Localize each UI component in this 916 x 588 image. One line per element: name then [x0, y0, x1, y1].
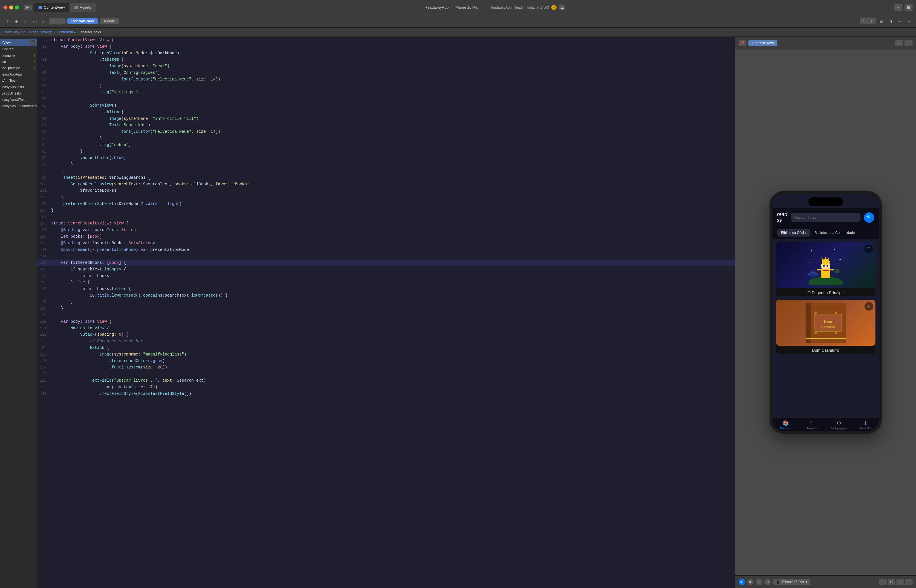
close-button[interactable]	[3, 5, 8, 10]
hide-navigator-button[interactable]: ◫	[3, 18, 11, 25]
tab-biblioteca-comunidade[interactable]: Biblioteca da Comunidade	[811, 229, 859, 236]
code-line-130: 130 .font(.system(size: 17))	[37, 384, 735, 391]
triangle-icon-btn[interactable]: △	[22, 18, 29, 25]
code-line-123: 123 // Enhanced search bar	[37, 338, 735, 344]
run-button[interactable]: ▶	[24, 5, 32, 10]
record-button[interactable]: ⏺	[747, 579, 754, 585]
sidebar-item-co[interactable]: co !	[0, 59, 37, 65]
sidebar-item-content[interactable]: Content	[0, 46, 37, 52]
pin-button[interactable]: 📌	[738, 40, 746, 46]
layout-icon-btn[interactable]: ⊟	[877, 18, 885, 25]
code-line-90: 90 Image(systemName: "info.circle.fill")	[37, 116, 735, 122]
svg-rect-15	[823, 270, 829, 271]
diamond-icon-btn[interactable]: ◆	[13, 18, 20, 25]
content-view-tab[interactable]: ContentView	[67, 18, 98, 24]
editor-area: 4 struct ContentView: View { 18 var body…	[37, 37, 735, 588]
code-line-117: 117 }	[37, 299, 735, 305]
arrow-right-icon[interactable]: →	[905, 18, 913, 25]
sidebar-item-easyappuitests[interactable]: easyAppUITests	[0, 97, 37, 103]
nav-sobre[interactable]: ℹ Sobre Nós	[852, 420, 879, 430]
layout-button[interactable]: ⊞	[905, 4, 913, 11]
code-line-104: 104 }	[37, 207, 735, 214]
nav-forward-button[interactable]: ›	[58, 18, 66, 24]
square-icon-btn[interactable]: ▭	[31, 18, 39, 25]
code-line-118: 118 }	[37, 305, 735, 312]
add-button[interactable]: +	[894, 4, 902, 11]
code-editor[interactable]: 4 struct ContentView: View { 18 var body…	[37, 37, 735, 588]
favorite-pp-button[interactable]: ♡	[864, 245, 873, 253]
nav-favoritos[interactable]: ♡ Favoritos	[799, 420, 826, 430]
preview-back-button[interactable]: ←	[895, 40, 903, 46]
right-back-button[interactable]: ‹	[859, 18, 868, 24]
sidebar-item-no-principe[interactable]: no_principe !	[0, 65, 37, 71]
book-cover-dc: Dom Casmurro	[776, 300, 876, 346]
sidebar-item-easyapptests[interactable]: easyAppTests	[0, 84, 37, 90]
sidebar-item-appuitests[interactable]: /AppUITests	[0, 90, 37, 97]
code-line-81: 81 .tabItem {	[37, 57, 735, 63]
nav-configuracoes[interactable]: ⚙ Configurações	[826, 420, 853, 430]
hide-right-button[interactable]: ◨	[887, 18, 894, 25]
stop-button[interactable]: ⊞	[756, 579, 762, 585]
breadcrumb-bar: ReadEasyApp › ReadEasyApp › ContentView …	[0, 27, 916, 37]
svg-point-18	[809, 270, 816, 277]
svg-point-14	[827, 265, 828, 267]
zoom-in-button[interactable]: +	[897, 579, 904, 585]
app-search-bar[interactable]: Buscar livros...	[791, 213, 861, 222]
book-card-dc[interactable]: Dom Casmurro ♡	[776, 300, 876, 354]
sidebar-item-launchtests[interactable]: easyApp...sLaunchTests	[0, 103, 37, 109]
breadcrumb-readEasyApp[interactable]: ReadEasyApp	[3, 30, 26, 34]
code-line-116a: 116 return books.filter {	[37, 286, 735, 292]
zoom-reset-button[interactable]: ⊞	[905, 579, 913, 585]
assets-icon	[74, 6, 78, 9]
tab-biblioteca-oficial[interactable]: Biblioteca Oficial	[777, 229, 811, 236]
maximize-button[interactable]	[15, 5, 19, 10]
favoritos-icon: ♡	[810, 420, 814, 426]
zoom-out-button[interactable]: −	[879, 579, 887, 585]
minimize-button[interactable]	[9, 5, 13, 10]
preview-forward-button[interactable]: →	[905, 40, 913, 46]
code-line-113: 113 if searchText.isEmpty {	[37, 266, 735, 273]
sidebar-item-tview[interactable]: tView M	[0, 39, 37, 46]
search-button[interactable]: 🔍	[864, 212, 874, 223]
sidebar-item-apptests[interactable]: /AppTests	[0, 78, 37, 84]
code-line-105: 105	[37, 214, 735, 220]
code-line-93: 93 }	[37, 135, 735, 142]
breadcrumb-readEasyApp2[interactable]: ReadEasyApp	[30, 30, 52, 34]
book-cover-pp	[776, 242, 876, 288]
book-card-pp[interactable]: ♡ O Pequeno Príncipe	[776, 242, 876, 296]
code-line-122: 122 VStack(spacing: 0) {	[37, 331, 735, 338]
play-button[interactable]: ▶	[738, 579, 745, 585]
svg-rect-16	[817, 269, 821, 270]
device-selector[interactable]: 📱 iPhone 16 Pro ▾	[773, 579, 810, 585]
svg-marker-10	[821, 257, 824, 261]
code-line-85: 85 }	[37, 83, 735, 89]
svg-point-29	[835, 312, 837, 314]
svg-point-28	[814, 312, 817, 314]
code-line-116b: $0.title.lowercased().contains(searchTex…	[37, 292, 735, 299]
assets-tab[interactable]: Assets	[100, 18, 119, 24]
code-line-84: 84 .font(.custom("Helvetica Neue", size:…	[37, 76, 735, 83]
tab-assets[interactable]: Assets	[70, 3, 95, 12]
nav-biblioteca[interactable]: 📚 Biblioteca	[772, 420, 799, 430]
breadcrumb-filteredBooks[interactable]: filteredBooks	[81, 30, 101, 34]
tab-content-view[interactable]: ContentView	[34, 3, 69, 12]
rect-icon-btn[interactable]: ▷	[40, 18, 48, 25]
app-header: read sy Buscar livros... 🔍	[772, 208, 879, 227]
favorite-dc-button[interactable]: ♡	[864, 302, 873, 311]
sidebar-item-easyappapp[interactable]: easyAppApp	[0, 71, 37, 78]
code-line-96: 96 .accentColor(.blue)	[37, 155, 735, 161]
inspect-button[interactable]: ⊡	[764, 579, 771, 585]
nav-back-button[interactable]: ‹	[49, 18, 58, 24]
code-line-99: 99 .sheet(isPresented: $showingSearch) {	[37, 174, 735, 181]
arrow-left-icon[interactable]: ←	[896, 18, 903, 25]
breadcrumb-contentView[interactable]: ContentView	[57, 30, 76, 34]
right-nav-segment: ‹ ›	[859, 18, 876, 25]
code-line-119: 119	[37, 312, 735, 318]
zoom-fit-button[interactable]: ⊡	[888, 579, 895, 585]
svg-point-30	[814, 332, 817, 334]
preview-panel: 📌 Content View ← → read sy	[735, 37, 916, 588]
warning-badge[interactable]: 4	[551, 5, 557, 10]
sidebar-item-asmurro[interactable]: asmurro !	[0, 52, 37, 59]
right-forward-button[interactable]: ›	[868, 18, 876, 24]
code-line-128: 128	[37, 371, 735, 377]
